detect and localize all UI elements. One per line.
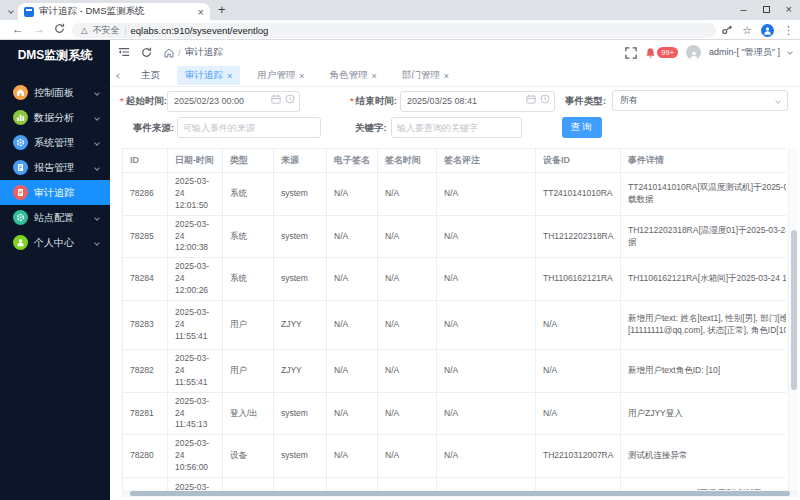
notification-badge: 99+	[657, 47, 678, 58]
event-type-select[interactable]: 所有	[612, 90, 788, 111]
refresh-icon[interactable]	[54, 23, 65, 34]
table-row[interactable]: 782862025-03-24 12:01:50系统systemN/AN/AN/…	[123, 173, 787, 216]
dashboard-icon	[13, 85, 28, 100]
avatar[interactable]	[686, 45, 701, 60]
table-row[interactable]: 782822025-03-24 11:55:41用户ZJYYN/AN/AN/AN…	[123, 350, 787, 393]
search-button[interactable]: 查询	[562, 117, 602, 138]
sidebar-item-label: 个人中心	[34, 236, 74, 250]
cell-source: system	[274, 435, 327, 478]
window-close-button[interactable]: ×	[786, 3, 792, 15]
table-row[interactable]: 782842025-03-24 12:00:26系统systemN/AN/AN/…	[123, 258, 787, 301]
breadcrumb-current: 审计追踪	[185, 46, 223, 59]
browser-tab[interactable]: 审计追踪 - DMS监测系统 ×	[18, 3, 210, 20]
cell-sign_comment: N/A	[437, 478, 536, 490]
close-icon[interactable]: ×	[372, 71, 377, 81]
column-header-source: 来源	[274, 149, 327, 173]
sidebar: DMS监测系统 控制面板 数据分析 系统管理	[0, 40, 110, 500]
fullscreen-icon[interactable]	[625, 47, 637, 59]
browser-menu-icon[interactable]: ⋮	[783, 24, 794, 37]
sidebar-item-system[interactable]: 系统管理	[0, 130, 110, 155]
not-secure-label: 不安全	[93, 24, 120, 37]
table-row[interactable]: 782812025-03-24 11:45:13登入/出systemN/AN/A…	[123, 392, 787, 435]
cell-sign_time: N/A	[378, 173, 437, 216]
cell-sign_time: N/A	[378, 258, 437, 301]
horizontal-scrollbar[interactable]	[122, 490, 798, 497]
chevron-down-icon	[775, 98, 781, 104]
breadcrumb-separator: /	[178, 47, 181, 58]
cell-detail: TT2410141010RA[双温度测试机]于2025-03-24 06:01:…	[621, 478, 787, 490]
tab-department-management[interactable]: 部门管理×	[394, 66, 457, 85]
table-row[interactable]: 782852025-03-24 12:00:38系统systemN/AN/AN/…	[123, 215, 787, 258]
back-icon[interactable]: ←	[12, 22, 24, 36]
calendar-icon[interactable]	[271, 94, 281, 104]
close-icon[interactable]: ×	[227, 71, 232, 81]
sidebar-menu: 控制面板 数据分析 系统管理 报告	[0, 80, 110, 255]
tab-home[interactable]: 主页	[133, 66, 168, 85]
sidebar-item-label: 审计追踪	[34, 186, 74, 200]
collapse-menu-icon[interactable]	[118, 46, 130, 58]
address-bar[interactable]: △ 不安全 eqlabs.cn:910/sysevent/eventlog	[72, 23, 716, 38]
chevron-down-icon	[8, 8, 14, 14]
event-table-wrap: ID日期-时间类型来源电子签名签名时间签名评注设备ID事件详情 78286202…	[122, 148, 786, 490]
cell-sign_time: N/A	[378, 215, 437, 258]
bookmark-star-icon[interactable]: ☆	[742, 24, 752, 37]
keyword-input[interactable]	[391, 117, 522, 138]
cell-source: ZJYY	[274, 301, 327, 350]
sidebar-item-dashboard[interactable]: 控制面板	[0, 80, 110, 105]
password-key-icon[interactable]	[721, 24, 733, 36]
cell-esign: N/A	[327, 478, 378, 490]
column-header-sign_comment: 签名评注	[437, 149, 536, 173]
profile-person-icon	[13, 235, 28, 250]
cell-sign_comment: N/A	[437, 435, 536, 478]
cell-sign_comment: N/A	[437, 350, 536, 393]
chevron-down-icon[interactable]	[787, 49, 793, 55]
clock-icon[interactable]	[285, 94, 295, 104]
url-text: eqlabs.cn:910/sysevent/eventlog	[131, 25, 269, 36]
close-icon[interactable]: ×	[299, 71, 304, 81]
sidebar-item-report[interactable]: 报告管理	[0, 155, 110, 180]
close-icon[interactable]: ×	[444, 71, 449, 81]
calendar-icon[interactable]	[526, 94, 536, 104]
column-header-esign: 电子签名	[327, 149, 378, 173]
home-icon[interactable]	[164, 48, 174, 58]
breadcrumb: / 审计追踪	[164, 46, 223, 59]
cell-sign_comment: N/A	[437, 258, 536, 301]
start-time-field	[167, 90, 300, 111]
cell-type: 登入/出	[223, 392, 274, 435]
table-row[interactable]: 782792025-03-24 06:01:26系统systemN/AN/AN/…	[123, 478, 787, 490]
tab-user-management[interactable]: 用户管理×	[249, 66, 312, 85]
table-row[interactable]: 782802025-03-24 10:56:00设备systemN/AN/AN/…	[123, 435, 787, 478]
table-row[interactable]: 782832025-03-24 11:55:41用户ZJYYN/AN/AN/AN…	[123, 301, 787, 350]
cell-datetime: 2025-03-24 11:55:41	[168, 350, 223, 393]
window-maximize-button[interactable]	[763, 6, 770, 13]
user-label[interactable]: admin-[ "管理员" ]	[709, 46, 780, 59]
column-header-detail: 事件详情	[621, 149, 787, 173]
chevron-down-icon	[94, 115, 100, 121]
tab-audit-trail[interactable]: 审计追踪×	[177, 66, 240, 85]
tab-search-button[interactable]	[5, 5, 17, 17]
page-refresh-icon[interactable]	[141, 47, 152, 58]
not-secure-warning-icon: △	[81, 25, 88, 35]
tab-close-icon[interactable]: ×	[198, 6, 204, 18]
column-header-id: ID	[123, 149, 168, 173]
sidebar-item-analysis[interactable]: 数据分析	[0, 105, 110, 130]
cell-id: 78283	[123, 301, 168, 350]
vertical-scrollbar[interactable]	[788, 148, 798, 490]
vertical-scrollbar-thumb[interactable]	[791, 230, 797, 390]
window-minimize-button[interactable]: –	[740, 3, 746, 15]
notification-bell[interactable]: 99+	[645, 47, 678, 59]
end-time-label: 结束时间:	[350, 90, 397, 111]
sidebar-item-profile[interactable]: 个人中心	[0, 230, 110, 255]
sidebar-item-audit[interactable]: 审计追踪	[0, 180, 110, 205]
sidebar-item-site-config[interactable]: 站点配置	[0, 205, 110, 230]
forward-icon[interactable]: →	[33, 22, 45, 36]
horizontal-scrollbar-thumb[interactable]	[130, 491, 790, 496]
clock-icon[interactable]	[540, 94, 550, 104]
chevron-left-icon[interactable]	[116, 73, 122, 79]
tab-role-management[interactable]: 角色管理×	[322, 66, 385, 85]
event-source-input[interactable]	[177, 117, 321, 138]
browser-tab-strip: 审计追踪 - DMS监测系统 × + – ×	[0, 0, 800, 20]
browser-profile-icon[interactable]	[761, 24, 774, 37]
browser-toolbar: ← → △ 不安全 eqlabs.cn:910/sysevent/eventlo…	[0, 20, 800, 40]
new-tab-button[interactable]: +	[218, 2, 226, 17]
